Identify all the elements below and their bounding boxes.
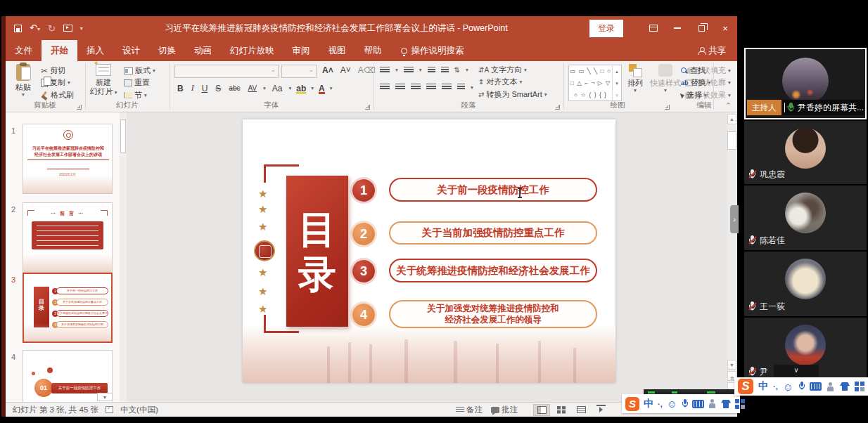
voice-input-icon[interactable] [682, 399, 688, 409]
copy-button[interactable]: 复制 ▾ [41, 77, 70, 88]
participant-tile[interactable]: 王一荻 [744, 252, 867, 316]
start-slideshow-icon[interactable] [63, 25, 72, 32]
align-center-icon[interactable] [395, 84, 405, 91]
tab-review[interactable]: 审阅 [283, 40, 319, 61]
reset-button[interactable]: 重置 [124, 77, 150, 88]
align-right-icon[interactable] [411, 84, 421, 91]
paste-button[interactable]: 粘贴 ▾ [7, 64, 39, 98]
ribbon-display-options-button[interactable] [642, 19, 665, 37]
main-scrollbar[interactable]: ▲ ▼ » » [727, 112, 737, 402]
thumbnail-slide-3-selected[interactable]: 目录 1 关于前一段疫情防控工作 2 关于当前加强疫情防控重点工作 3 关于统筹… [23, 273, 113, 343]
replace-button[interactable]: ab 替换▾ [681, 77, 710, 88]
slide-canvas[interactable]: ★ ★ ★ ★ ★ ★ 目 录 1 关于前一段疫情防控工作 2 关于当前加强疫情… [243, 119, 615, 383]
account-icon[interactable] [826, 382, 835, 391]
tell-me-search[interactable]: 操作说明搜索 [401, 40, 464, 61]
notes-button[interactable]: 备注 [456, 405, 483, 415]
font-name-combo[interactable] [174, 65, 279, 78]
drawing-dialog-launcher-icon[interactable] [665, 105, 670, 110]
share-button[interactable]: 共享 [698, 40, 737, 61]
tab-insert[interactable]: 插入 [77, 40, 113, 61]
change-case-button[interactable]: Aa [271, 84, 284, 93]
collapse-videos-button[interactable]: ∨ [774, 365, 819, 377]
underline-button[interactable]: U [200, 84, 210, 93]
sogou-logo-icon[interactable]: S [625, 397, 639, 411]
columns-icon[interactable] [457, 84, 465, 91]
save-icon[interactable] [14, 25, 22, 32]
comments-button[interactable]: 批注 [491, 405, 518, 415]
panel-expand-handle[interactable]: › [730, 205, 739, 233]
ime-punctuation-icon[interactable]: ·, [773, 382, 778, 391]
skin-icon[interactable] [721, 400, 731, 408]
toc-item-4[interactable]: 关于加强党对统筹推进疫情防控和 经济社会发展工作的领导 [389, 300, 597, 328]
toc-item-1[interactable]: 关于前一段疫情防控工作 [389, 178, 597, 202]
numbering-icon[interactable] [404, 67, 414, 74]
tab-slideshow[interactable]: 幻灯片放映 [221, 40, 283, 61]
align-text-button[interactable]: ⇕ 对齐文本▾ [478, 77, 522, 87]
thumbnail-slide-2[interactable]: ⋯ 前 言 ⋯ [23, 202, 113, 273]
login-button[interactable]: 登录 [589, 20, 623, 37]
font-dialog-launcher-icon[interactable] [365, 105, 370, 110]
format-painter-button[interactable]: 格式刷 [41, 90, 74, 100]
paragraph-dialog-launcher-icon[interactable] [555, 105, 560, 110]
toolbox-icon[interactable] [855, 382, 864, 391]
ime-punctuation-icon[interactable]: ·, [658, 400, 663, 408]
shrink-font-button[interactable]: A˅ [339, 65, 352, 75]
participant-tile[interactable]: 陈若佳 [744, 186, 867, 250]
soft-keyboard-icon[interactable] [810, 382, 822, 391]
bullets-icon[interactable] [380, 67, 390, 74]
tab-help[interactable]: 帮助 [355, 40, 391, 61]
grow-font-button[interactable]: A˄ [321, 65, 335, 75]
thumbnail-scroll-down-button[interactable]: ▼ [97, 393, 113, 401]
undo-icon[interactable]: ↶▾ [30, 23, 40, 34]
close-button[interactable]: × [713, 19, 737, 37]
toolbox-icon[interactable] [735, 399, 745, 409]
highlight-color-button[interactable]: ab [296, 84, 306, 93]
text-direction-button[interactable]: ⇵A 文字方向▾ [478, 65, 527, 75]
line-spacing-icon[interactable]: ⇅ [454, 66, 460, 74]
font-size-combo[interactable] [281, 65, 317, 78]
tab-transitions[interactable]: 切换 [149, 40, 185, 61]
section-button[interactable]: 节▾ [124, 90, 147, 100]
toc-item-2[interactable]: 关于当前加强疫情防控重点工作 [389, 221, 597, 245]
toc-title-block[interactable]: 目 录 [286, 176, 348, 327]
tab-home[interactable]: 开始 [42, 40, 77, 61]
spellcheck-icon[interactable] [106, 406, 113, 413]
align-left-icon[interactable] [380, 84, 390, 91]
increase-indent-icon[interactable] [441, 67, 449, 74]
emoji-icon[interactable]: ☺ [783, 381, 793, 393]
tab-file[interactable]: 文件 [6, 40, 42, 61]
bold-button[interactable]: B [176, 84, 185, 93]
arrange-button[interactable]: 排列 ▾ [623, 64, 647, 93]
select-button[interactable]: 选择▾ [681, 90, 707, 100]
participant-tile[interactable]: 巩忠霞 [744, 121, 867, 184]
layout-button[interactable]: 版式▾ [124, 65, 155, 76]
sogou-logo-icon[interactable]: S [738, 379, 753, 394]
shapes-scroll-arrows[interactable]: ▴▾▿ [612, 65, 621, 100]
tab-view[interactable]: 视图 [319, 40, 355, 61]
scrollbar-thumb[interactable] [727, 131, 736, 150]
font-color-button[interactable]: A [319, 84, 325, 93]
distribute-icon[interactable] [442, 84, 452, 91]
new-slide-button[interactable]: 新建 幻灯片 ▾ [87, 64, 120, 96]
italic-button[interactable]: I [190, 83, 196, 93]
justify-icon[interactable] [426, 84, 436, 91]
clipboard-dialog-launcher-icon[interactable] [77, 105, 82, 110]
scroll-down-button[interactable]: ▼ [727, 360, 736, 370]
collapse-ribbon-icon[interactable]: ⌃ [725, 101, 732, 110]
strikethrough-button[interactable]: S [214, 84, 222, 93]
decrease-indent-icon[interactable] [428, 67, 435, 74]
slide-sorter-view-button[interactable] [553, 404, 570, 416]
ime-mode-chinese[interactable]: 中 [644, 398, 653, 410]
redo-icon[interactable]: ↻ [48, 24, 56, 33]
restore-button[interactable] [689, 19, 713, 37]
normal-view-button[interactable] [533, 404, 550, 416]
emoji-icon[interactable]: ☺ [667, 398, 677, 410]
language-indicator[interactable]: 中文(中国) [120, 405, 158, 415]
soft-keyboard-icon[interactable] [692, 400, 704, 408]
shapes-gallery[interactable]: ▭ ▭ ╲ ╲ □ ○ □ △ ⌐ ¬ ▷ ▽ ○ ☆ ( ) { } ▴▾▿ [568, 65, 622, 101]
tab-animations[interactable]: 动画 [185, 40, 221, 61]
account-icon[interactable] [708, 399, 717, 408]
find-button[interactable]: 查找 [681, 65, 706, 76]
ime-mode-chinese[interactable]: 中 [758, 380, 768, 393]
toc-item-3[interactable]: 关于统筹推进疫情防控和经济社会发展工作 [389, 259, 597, 282]
